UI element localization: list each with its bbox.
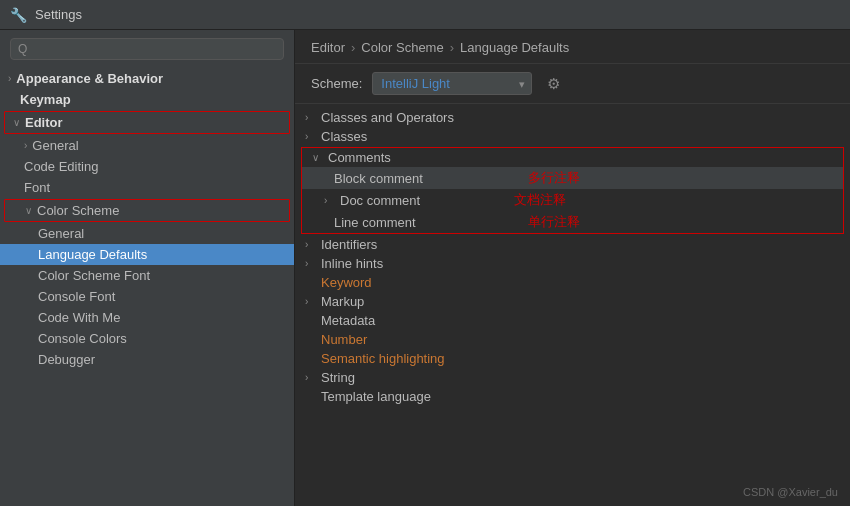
block-comment-annotation: 多行注释	[528, 169, 580, 187]
tree-item-identifiers[interactable]: › Identifiers	[295, 235, 850, 254]
gear-button[interactable]: ⚙	[542, 73, 565, 95]
tree-label: String	[321, 370, 355, 385]
sidebar-label: Code Editing	[24, 159, 98, 174]
sidebar-item-appearance[interactable]: › Appearance & Behavior	[0, 68, 294, 89]
tree-label: Markup	[321, 294, 364, 309]
breadcrumb: Editor › Color Scheme › Language Default…	[295, 30, 850, 64]
tree-label: Doc comment	[340, 193, 490, 208]
sidebar-item-language-defaults[interactable]: Language Defaults	[0, 244, 294, 265]
chevron-right-icon: ›	[305, 112, 317, 123]
breadcrumb-language-defaults: Language Defaults	[460, 40, 569, 55]
tree-label: Classes	[321, 129, 367, 144]
tree-item-markup[interactable]: › Markup	[295, 292, 850, 311]
nav-tree: › Appearance & Behavior Keymap ∨ Editor …	[0, 68, 294, 506]
chevron-right-icon: ›	[8, 73, 11, 84]
sidebar-item-console-colors[interactable]: Console Colors	[0, 328, 294, 349]
chevron-right-icon: ›	[305, 372, 317, 383]
scheme-select[interactable]: IntelliJ Light Darcula High contrast	[372, 72, 532, 95]
tree-label: Comments	[328, 150, 391, 165]
tree-item-line-comment[interactable]: Line comment 单行注释	[302, 211, 843, 233]
sidebar-item-cs-general[interactable]: General	[0, 223, 294, 244]
sidebar-label: Color Scheme Font	[38, 268, 150, 283]
search-box[interactable]: Q	[10, 38, 284, 60]
sidebar-item-color-scheme[interactable]: ∨ Color Scheme	[5, 200, 289, 221]
chevron-right-icon: ›	[24, 140, 27, 151]
tree-item-classes-operators[interactable]: › Classes and Operators	[295, 108, 850, 127]
app-icon: 🔧	[10, 7, 27, 23]
chevron-down-icon: ∨	[25, 205, 32, 216]
tree-label: Keyword	[321, 275, 372, 290]
tree-label: Inline hints	[321, 256, 383, 271]
tree-panel: › Classes and Operators › Classes ∨ Comm…	[295, 104, 850, 506]
main-content: Q › Appearance & Behavior Keymap ∨ Edito…	[0, 30, 850, 506]
chevron-right-icon: ›	[305, 258, 317, 269]
tree-label: Classes and Operators	[321, 110, 454, 125]
chevron-right-icon: ›	[305, 239, 317, 250]
sidebar-item-font[interactable]: Font	[0, 177, 294, 198]
sidebar-item-debugger[interactable]: Debugger	[0, 349, 294, 370]
chevron-down-icon: ∨	[13, 117, 20, 128]
chevron-right-icon: ›	[305, 296, 317, 307]
tree-item-template-language[interactable]: Template language	[295, 387, 850, 406]
sidebar: Q › Appearance & Behavior Keymap ∨ Edito…	[0, 30, 295, 506]
sidebar-label: Console Colors	[38, 331, 127, 346]
sidebar-item-code-with-me[interactable]: Code With Me	[0, 307, 294, 328]
tree-label: Template language	[321, 389, 431, 404]
sidebar-label: Appearance & Behavior	[16, 71, 163, 86]
breadcrumb-editor: Editor	[311, 40, 345, 55]
sidebar-label: Console Font	[38, 289, 115, 304]
tree-label: Line comment	[334, 215, 494, 230]
doc-comment-annotation: 文档注释	[514, 191, 566, 209]
scheme-label: Scheme:	[311, 76, 362, 91]
tree-label: Identifiers	[321, 237, 377, 252]
sidebar-item-color-scheme-font[interactable]: Color Scheme Font	[0, 265, 294, 286]
tree-item-keyword[interactable]: Keyword	[295, 273, 850, 292]
sidebar-item-general[interactable]: › General	[0, 135, 294, 156]
tree-label: Block comment	[334, 171, 494, 186]
scheme-bar: Scheme: IntelliJ Light Darcula High cont…	[295, 64, 850, 104]
scheme-select-wrapper[interactable]: IntelliJ Light Darcula High contrast	[372, 72, 532, 95]
breadcrumb-sep-1: ›	[351, 40, 355, 55]
sidebar-label: Keymap	[20, 92, 71, 107]
breadcrumb-color-scheme: Color Scheme	[361, 40, 443, 55]
chevron-right-icon: ›	[305, 131, 317, 142]
sidebar-item-code-editing[interactable]: Code Editing	[0, 156, 294, 177]
tree-item-string[interactable]: › String	[295, 368, 850, 387]
sidebar-label: Debugger	[38, 352, 95, 367]
tree-item-semantic-highlighting[interactable]: Semantic highlighting	[295, 349, 850, 368]
tree-item-inline-hints[interactable]: › Inline hints	[295, 254, 850, 273]
sidebar-label: General	[32, 138, 78, 153]
search-icon: Q	[18, 42, 27, 56]
editor-section-border: ∨ Editor	[4, 111, 290, 134]
comments-section-border: ∨ Comments Block comment 多行注释 › Doc comm…	[301, 147, 844, 234]
line-comment-annotation: 单行注释	[528, 213, 580, 231]
right-panel: Editor › Color Scheme › Language Default…	[295, 30, 850, 506]
sidebar-label: Language Defaults	[38, 247, 147, 262]
breadcrumb-sep-2: ›	[450, 40, 454, 55]
sidebar-label: General	[38, 226, 84, 241]
title-bar: 🔧 Settings	[0, 0, 850, 30]
tree-label: Metadata	[321, 313, 375, 328]
tree-item-metadata[interactable]: Metadata	[295, 311, 850, 330]
window-title: Settings	[35, 7, 82, 22]
tree-item-doc-comment[interactable]: › Doc comment 文档注释	[302, 189, 843, 211]
sidebar-item-editor[interactable]: ∨ Editor	[5, 112, 289, 133]
tree-item-classes[interactable]: › Classes	[295, 127, 850, 146]
sidebar-label: Code With Me	[38, 310, 120, 325]
sidebar-label: Font	[24, 180, 50, 195]
chevron-right-icon: ›	[324, 195, 336, 206]
tree-label: Semantic highlighting	[321, 351, 445, 366]
sidebar-item-console-font[interactable]: Console Font	[0, 286, 294, 307]
tree-label: Number	[321, 332, 367, 347]
color-scheme-section-border: ∨ Color Scheme	[4, 199, 290, 222]
tree-item-block-comment[interactable]: Block comment 多行注释	[302, 167, 843, 189]
sidebar-label: Editor	[25, 115, 63, 130]
tree-item-comments[interactable]: ∨ Comments	[302, 148, 843, 167]
search-input[interactable]	[32, 42, 276, 56]
watermark: CSDN @Xavier_du	[743, 486, 838, 498]
tree-item-number[interactable]: Number	[295, 330, 850, 349]
chevron-down-icon: ∨	[312, 152, 324, 163]
sidebar-item-keymap[interactable]: Keymap	[0, 89, 294, 110]
sidebar-label: Color Scheme	[37, 203, 119, 218]
